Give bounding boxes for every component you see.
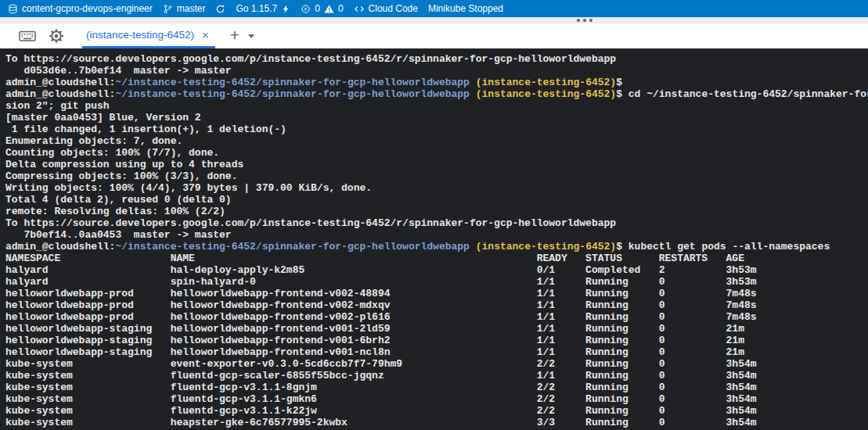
database-icon (8, 4, 18, 14)
terminal-line: remote: Resolving deltas: 100% (2/2) (5, 206, 868, 217)
terminal-line: To https://source.developers.google.com/… (5, 217, 868, 229)
terminal-line: admin_@cloudshell:~/instance-testing-645… (5, 241, 868, 253)
pod-row: kube-system heapster-gke-6c76577995-2kwb… (5, 417, 868, 428)
pod-row: kube-system event-exporter-v0.3.0-5cd6cc… (5, 358, 868, 370)
pod-row: kube-system fluentd-gcp-v3.1.1-k22jw 2/2… (5, 405, 868, 417)
terminal-line: admin_@cloudshell:~/instance-testing-645… (5, 88, 868, 100)
pod-row: halyard hal-deploy-apply-k2m85 0/1 Compl… (5, 264, 868, 276)
pod-row: helloworldwebapp-staging helloworldwebap… (5, 323, 868, 335)
terminal-tab-row: (instance-testing-6452) × + (0, 23, 868, 48)
pod-row: helloworldwebapp-staging helloworldwebap… (5, 346, 868, 358)
terminal-line: Writing objects: 100% (4/4), 379 bytes |… (5, 182, 868, 194)
pod-row: helloworldwebapp-prod helloworldwebapp-f… (5, 299, 868, 311)
warning-icon (324, 4, 334, 14)
terminal-line: 1 file changed, 1 insertion(+), 1 deleti… (5, 124, 868, 135)
pod-row: halyard spin-halyard-0 1/1 Running 0 3h5… (5, 276, 868, 288)
pod-row: kube-system fluentd-gcp-v3.1.1-gmkn6 2/2… (5, 393, 868, 405)
close-tab-icon[interactable]: × (201, 29, 210, 41)
new-terminal-tab-button[interactable]: + (228, 27, 242, 45)
pod-row: helloworldwebapp-prod helloworldwebapp-f… (5, 311, 868, 323)
sync-icon (215, 4, 225, 14)
warning-count: 0 (338, 3, 344, 14)
terminal-panel-header: (instance-testing-6452) × + (0, 17, 868, 48)
code-brackets-icon (354, 4, 365, 14)
terminal-line: To https://source.developers.google.com/… (5, 53, 868, 65)
pod-row: kube-system fluentd-gcp-scaler-6855f55bc… (5, 370, 868, 382)
terminal[interactable]: To https://source.developers.google.com/… (0, 48, 868, 430)
terminal-line: admin_@cloudshell:~/instance-testing-645… (5, 77, 868, 88)
terminal-settings-button[interactable] (46, 26, 67, 46)
branch-label: master (177, 3, 206, 14)
terminal-line: Delta compression using up to 4 threads (5, 159, 868, 170)
error-count: 0 (315, 3, 320, 14)
keyboard-button[interactable] (17, 26, 38, 46)
go-version-label: Go 1.15.7 (236, 3, 277, 14)
status-bar: content-gcpro-devops-engineer master Go … (0, 0, 868, 17)
cloud-code-label: Cloud Code (369, 3, 418, 14)
pods-table-header: NAMESPACE NAME READY STATUS RESTARTS AGE (5, 253, 868, 264)
statusbar-item-branch[interactable]: master (163, 0, 206, 17)
terminal-line: [master 0aa0453] Blue, Version 2 (5, 112, 868, 124)
project-label: content-gcpro-devops-engineer (22, 3, 153, 14)
more-actions-icon[interactable] (577, 19, 592, 22)
statusbar-item-project[interactable]: content-gcpro-devops-engineer (8, 0, 153, 17)
chevron-down-icon[interactable] (248, 34, 254, 38)
pod-row: kube-system fluentd-gcp-v3.1.1-8gnjm 2/2… (5, 382, 868, 393)
statusbar-item-cloud-code[interactable]: Cloud Code (354, 0, 418, 17)
error-icon (301, 4, 311, 14)
pod-row: helloworldwebapp-prod helloworldwebapp-f… (5, 288, 868, 299)
minikube-status-label: Minikube Stopped (428, 3, 503, 14)
terminal-line: d053d6e..7b0ef14 master -> master (5, 65, 868, 77)
terminal-line: Compressing objects: 100% (3/3), done. (5, 170, 868, 182)
terminal-line: sion 2"; git push (5, 100, 868, 112)
statusbar-item-go-version[interactable]: Go 1.15.7 (236, 0, 290, 17)
lightning-icon (281, 4, 290, 14)
terminal-tab-instance-testing-6452[interactable]: (instance-testing-6452) × (82, 24, 215, 48)
git-branch-icon (163, 4, 173, 14)
terminal-line: Counting objects: 100% (7/7), done. (5, 147, 868, 159)
pod-row: helloworldwebapp-staging helloworldwebap… (5, 335, 868, 346)
terminal-tab-label: (instance-testing-6452) (86, 29, 194, 41)
terminal-line: 7b0ef14..0aa0453 master -> master (5, 229, 868, 241)
statusbar-item-sync[interactable] (215, 0, 225, 17)
terminal-line: Total 4 (delta 2), reused 0 (delta 0) (5, 194, 868, 206)
statusbar-item-minikube[interactable]: Minikube Stopped (428, 0, 503, 17)
panel-drag-strip (0, 17, 868, 23)
statusbar-item-problems[interactable]: 0 0 (301, 0, 343, 17)
terminal-line: Enumerating objects: 7, done. (5, 135, 868, 147)
